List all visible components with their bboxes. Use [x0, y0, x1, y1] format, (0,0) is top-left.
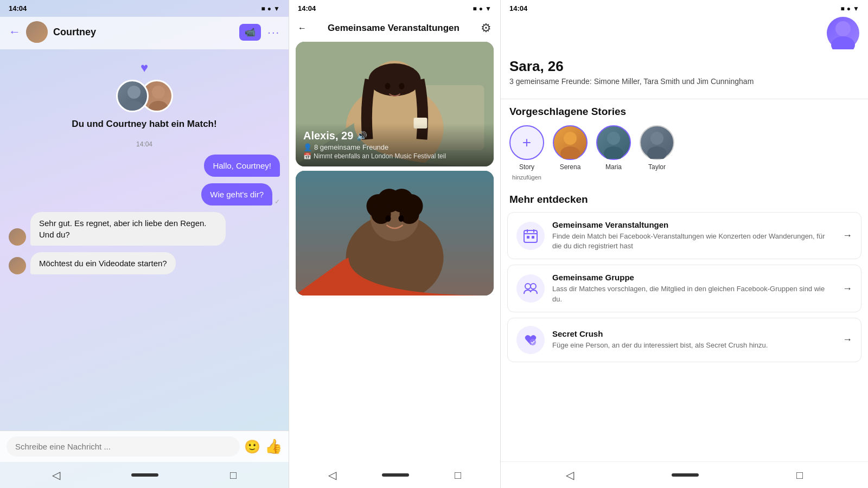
bottom-nav-1: ◁ □	[0, 462, 289, 488]
svg-point-30	[650, 132, 663, 145]
serena-circle	[553, 125, 588, 160]
taylor-circle	[640, 125, 674, 160]
svg-rect-32	[524, 230, 537, 242]
profiles-panel: 14:04 ■ ● ▼ ← Gemeinsame Veranstaltungen…	[289, 0, 501, 488]
mehr-title: Mehr entdecken	[501, 194, 868, 206]
maria-circle	[596, 125, 631, 160]
group-arrow-icon: →	[843, 283, 852, 294]
svg-point-24	[835, 21, 851, 36]
sender-avatar	[9, 228, 26, 246]
discover-card-group[interactable]: Gemeinsame Gruppe Lass dir Matches vorsc…	[507, 265, 861, 312]
taylor-label: Taylor	[648, 163, 666, 171]
profile-name: Alexis, 29	[303, 130, 353, 142]
home-indicator[interactable]	[131, 473, 158, 477]
match-heart-icon: ♥	[141, 60, 148, 75]
svg-point-10	[399, 83, 405, 89]
svg-point-9	[385, 83, 391, 89]
signal-icon: ■	[261, 5, 265, 12]
friends-icon: 👤	[303, 143, 312, 151]
profiles-list: Alexis, 29 🔊 👤 8 gemeinsame Freunde 📅 Ni…	[289, 42, 500, 462]
msg-time: 14:04	[136, 140, 152, 148]
signal-icon: ■	[473, 5, 477, 12]
chat-header: ← Courtney 📹 ···	[0, 17, 289, 49]
story-serena[interactable]: Serena	[553, 125, 588, 181]
match-section: ♥ Du und Courtney habt ein Match!	[72, 60, 216, 130]
status-icons-2: ■ ● ▼	[473, 5, 492, 12]
event-text: Nimmt ebenfalls an London Music Festival…	[314, 152, 446, 160]
svg-point-23	[399, 215, 404, 222]
message-row: Wie geht's dir? ✓	[9, 183, 280, 206]
svg-point-2	[152, 86, 165, 99]
story-taylor[interactable]: Taylor	[640, 125, 674, 181]
back-nav-button[interactable]: ◁	[52, 468, 60, 481]
header-actions: 📹 ···	[239, 24, 280, 41]
events-arrow-icon: →	[843, 230, 852, 241]
audio-icon: 🔊	[356, 131, 367, 141]
message-bubble-received: Möchtest du ein Videodate starten?	[30, 252, 176, 274]
svg-point-29	[604, 146, 623, 159]
read-check-icon: ✓	[275, 198, 280, 206]
bottom-nav-3: ◁ □	[501, 461, 868, 488]
square-nav-button-2[interactable]: □	[455, 469, 461, 481]
chat-body: ♥ Du und Courtney habt ein Match! 14:04 …	[0, 49, 289, 431]
battery-icon: ▼	[485, 5, 492, 12]
panel2-header: ← Gemeinsame Veranstaltungen ⚙	[289, 17, 500, 42]
person-name-age: Sara, 26	[509, 58, 859, 75]
bottom-nav-2: ◁ □	[289, 462, 500, 488]
home-indicator-2[interactable]	[382, 473, 409, 477]
battery-icon: ▼	[853, 5, 859, 12]
story-add[interactable]: + Story hinzufügen	[509, 125, 544, 181]
friends-text: 8 gemeinsame Freunde	[314, 143, 388, 151]
back-nav-button-3[interactable]: ◁	[566, 468, 574, 481]
profile-name-age: Alexis, 29 🔊	[303, 130, 486, 142]
back-nav-button-2[interactable]: ◁	[328, 468, 336, 481]
events-desc: Finde dein Match bei Facebook-Veranstalt…	[552, 232, 835, 251]
signal-icon: ■	[841, 5, 845, 12]
discover-body: Sara, 26 3 gemeinsame Freunde: Simone Mi…	[501, 54, 868, 461]
events-text: Gemeinsame Veranstaltungen Finde dein Ma…	[552, 220, 835, 251]
wifi-icon: ●	[267, 5, 271, 12]
status-icons-1: ■ ● ▼	[261, 5, 280, 12]
svg-point-1	[124, 101, 144, 112]
partial-card	[501, 17, 868, 54]
like-button[interactable]: 👍	[265, 438, 282, 455]
svg-point-39	[531, 284, 536, 289]
group-title: Gemeinsame Gruppe	[552, 273, 835, 282]
status-bar-2: 14:04 ■ ● ▼	[289, 0, 500, 17]
back-button-2[interactable]: ←	[298, 23, 307, 33]
story-add-sublabel: hinzufügen	[512, 174, 541, 181]
svg-point-28	[607, 132, 620, 145]
profile-card[interactable]: Alexis, 29 🔊 👤 8 gemeinsame Freunde 📅 Ni…	[296, 42, 494, 166]
battery-icon: ▼	[273, 5, 280, 12]
message-bubble-sent: Hallo, Courtney!	[204, 155, 280, 177]
settings-button[interactable]: ⚙	[481, 21, 492, 35]
svg-point-8	[369, 63, 421, 96]
events-title: Gemeinsame Veranstaltungen	[552, 220, 835, 229]
wifi-icon: ●	[479, 5, 483, 12]
crush-text: Secret Crush Füge eine Person, an der du…	[552, 329, 835, 350]
square-nav-button-3[interactable]: □	[796, 469, 803, 481]
back-button[interactable]: ←	[9, 25, 21, 39]
discover-card-events[interactable]: Gemeinsame Veranstaltungen Finde dein Ma…	[507, 212, 861, 259]
chat-panel: 14:04 ■ ● ▼ ← Courtney 📹 ··· ♥	[0, 0, 289, 488]
message-bubble-received: Sehr gut. Es regnet, aber ich liebe den …	[30, 212, 226, 246]
message-input[interactable]	[7, 436, 240, 457]
discover-panel: 14:04 ■ ● ▼ Sara, 26 3 gemeinsame Freund…	[501, 0, 868, 488]
message-row: Sehr gut. Es regnet, aber ich liebe den …	[9, 212, 280, 246]
square-nav-button[interactable]: □	[230, 469, 237, 481]
maria-label: Maria	[605, 163, 622, 171]
story-maria[interactable]: Maria	[596, 125, 631, 181]
events-icon-wrap	[516, 222, 545, 250]
home-indicator-3[interactable]	[672, 473, 699, 477]
discover-card-crush[interactable]: Secret Crush Füge eine Person, an der du…	[507, 318, 861, 362]
calendar-icon: 📅	[303, 152, 311, 160]
serena-label: Serena	[560, 163, 581, 171]
sender-avatar	[9, 257, 26, 274]
more-options-button[interactable]: ···	[267, 26, 280, 38]
video-call-button[interactable]: 📹	[239, 24, 261, 41]
status-bar-3: 14:04 ■ ● ▼	[501, 0, 868, 17]
time-2: 14:04	[298, 4, 316, 12]
message-bubble-sent: Wie geht's dir?	[201, 183, 272, 206]
profile-card-2[interactable]	[296, 171, 494, 296]
emoji-button[interactable]: 🙂	[244, 439, 260, 454]
